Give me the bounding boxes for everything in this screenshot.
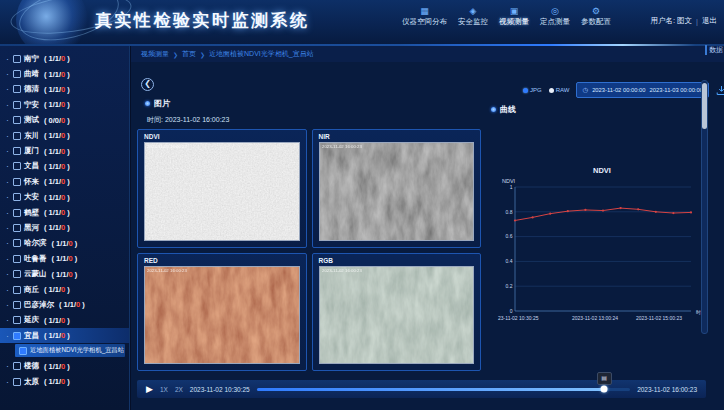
sidebar-item-延庆[interactable]: ·延庆( 1/1/0 ) — [0, 313, 129, 328]
checkbox-icon[interactable] — [13, 55, 21, 63]
tree-expand-dot: · — [6, 333, 10, 339]
sidebar-item-东川[interactable]: ·东川( 1/1/0 ) — [0, 128, 129, 143]
sidebar-item-怀来[interactable]: ·怀来( 1/1/0 ) — [0, 174, 129, 189]
checkbox-icon[interactable] — [13, 224, 21, 232]
station-sidebar: ·南宁( 1/1/0 )·曲靖( 1/1/0 )·德清( 1/1/0 )·宁安(… — [0, 46, 130, 410]
panel-red-image[interactable]: 2023-11-02 16:00:23 — [144, 266, 300, 365]
format-option-jpg[interactable]: JPG — [523, 87, 542, 93]
station-count: ( 1/1/0 ) — [44, 285, 70, 294]
header-bar: 真实性检验实时监测系统 ▦仪器空间分布◈安全监控▣视频测量◎定点测量⚙参数配置 … — [0, 0, 724, 44]
checkbox-icon[interactable] — [13, 162, 21, 170]
checkbox-icon[interactable] — [13, 255, 21, 263]
sidebar-item-南宁[interactable]: ·南宁( 1/1/0 ) — [0, 51, 129, 66]
data-point — [655, 211, 657, 213]
station-count: ( 1/1/0 ) — [44, 100, 70, 109]
sidebar-item-哈尔滨[interactable]: ·哈尔滨( 1/1/0 ) — [0, 236, 129, 251]
checkbox-icon[interactable] — [13, 116, 21, 124]
checkbox-icon[interactable] — [13, 85, 21, 93]
speed-2x-button[interactable]: 2X — [175, 386, 183, 393]
breadcrumb-separator: ❯ — [173, 51, 178, 58]
sidebar-item-宁安[interactable]: ·宁安( 1/1/0 ) — [0, 97, 129, 112]
sidebar-item-label: 延庆 — [24, 315, 39, 325]
sidebar-subitem[interactable]: 近地面植被NDVI光学相机_宜昌站 — [15, 344, 125, 357]
checkbox-icon[interactable] — [13, 70, 21, 78]
date-from-value[interactable]: 2023-11-02 00:00:00 — [592, 87, 645, 93]
sidebar-item-文昌[interactable]: ·文昌( 1/1/0 ) — [0, 159, 129, 174]
checkbox-icon[interactable] — [13, 316, 21, 324]
sidebar-item-大安[interactable]: ·大安( 1/1/0 ) — [0, 190, 129, 205]
tree-expand-dot: · — [6, 194, 10, 200]
panel-nir-image[interactable]: 2023-11-02 16:00:23 — [319, 142, 475, 241]
nav-item-视频测量[interactable]: ▣视频测量 — [499, 7, 529, 27]
checkbox-icon[interactable] — [13, 147, 21, 155]
sidebar-item-楼德[interactable]: ·楼德( 1/1/0 ) — [0, 358, 129, 373]
tree-expand-dot: · — [6, 102, 10, 108]
checkbox-icon[interactable] — [13, 270, 21, 278]
format-option-raw[interactable]: RAW — [549, 87, 570, 93]
sidebar-item-厦门[interactable]: ·厦门( 1/1/0 ) — [0, 143, 129, 158]
data-point — [514, 219, 516, 221]
y-tick-label: 0 — [510, 308, 513, 314]
download-button[interactable] — [716, 85, 724, 96]
nav-item-仪器空间分布[interactable]: ▦仪器空间分布 — [402, 7, 447, 27]
panel-ndvi-image[interactable]: 2023-11-02 16:00:23 — [144, 142, 300, 241]
panel-red[interactable]: RED 2023-11-02 16:00:23 — [137, 253, 307, 372]
sidebar-item-label: 鹤壁 — [24, 208, 39, 218]
tree-expand-dot: · — [6, 148, 10, 154]
checkbox-icon[interactable] — [13, 132, 21, 140]
checkbox-icon[interactable] — [13, 239, 21, 247]
timeline-slider[interactable]: ▤ — [257, 388, 630, 391]
sidebar-item-宜昌[interactable]: ·宜昌( 1/1/0 ) — [0, 328, 129, 343]
breadcrumb-item[interactable]: 视频测量 — [141, 49, 169, 59]
date-range-picker[interactable]: ◷ 2023-11-02 00:00:00 2023-11-03 00:00:0… — [576, 82, 708, 98]
radio-unselected-icon — [549, 88, 554, 93]
checkbox-icon[interactable] — [13, 362, 21, 370]
station-count: ( 1/1/0 ) — [44, 54, 70, 63]
nav-item-参数配置[interactable]: ⚙参数配置 — [581, 7, 611, 27]
sidebar-item-曲靖[interactable]: ·曲靖( 1/1/0 ) — [0, 66, 129, 81]
back-button[interactable]: ❮ — [141, 78, 154, 91]
sidebar-item-巴彦淖尔[interactable]: ·巴彦淖尔( 1/1/0 ) — [0, 297, 129, 312]
vertical-scrollbar[interactable] — [701, 80, 708, 334]
checkbox-icon[interactable] — [19, 347, 27, 355]
picture-time: 时间: 2023-11-02 16:00:23 — [147, 115, 229, 125]
breadcrumb-item[interactable]: 首页 — [182, 49, 196, 59]
checkbox-icon[interactable] — [13, 178, 21, 186]
panel-nir[interactable]: NIR 2023-11-02 16:00:23 — [312, 129, 482, 248]
play-button[interactable]: ▶ — [146, 385, 153, 394]
chart-svg: NDVINDVI00.20.40.60.8123-11-02 10:30:252… — [497, 163, 707, 333]
sidebar-item-测试[interactable]: ·测试( 0/0/0 ) — [0, 113, 129, 128]
tree-expand-dot: · — [6, 71, 10, 77]
panel-ndvi[interactable]: NDVI 2023-11-02 16:00:23 — [137, 129, 307, 248]
checkbox-icon[interactable] — [13, 301, 21, 309]
station-count: ( 1/1/0 ) — [52, 270, 78, 279]
sidebar-item-黑河[interactable]: ·黑河( 1/1/0 ) — [0, 220, 129, 235]
checkbox-icon[interactable] — [13, 209, 21, 217]
panel-rgb[interactable]: RGB 2023-11-02 16:00:23 — [312, 253, 482, 372]
slider-thumb[interactable] — [600, 386, 607, 393]
sidebar-item-云蒙山[interactable]: ·云蒙山( 1/1/0 ) — [0, 266, 129, 281]
checkbox-icon[interactable] — [13, 378, 21, 386]
date-to-value[interactable]: 2023-11-03 00:00:00 — [650, 87, 703, 93]
sidebar-item-商丘[interactable]: ·商丘( 1/1/0 ) — [0, 282, 129, 297]
sidebar-item-德清[interactable]: ·德清( 1/1/0 ) — [0, 82, 129, 97]
logout-button[interactable]: 退出 — [702, 16, 717, 26]
picture-time-label: 时间: — [147, 116, 163, 123]
sidebar-item-鹤壁[interactable]: ·鹤壁( 1/1/0 ) — [0, 205, 129, 220]
nav-item-定点测量[interactable]: ◎定点测量 — [540, 7, 570, 27]
speed-1x-button[interactable]: 1X — [160, 386, 168, 393]
checkbox-icon[interactable] — [13, 332, 21, 340]
sidebar-item-太原[interactable]: ·太原( 1/1/0 ) — [0, 374, 129, 389]
ndvi-chart: NDVINDVI00.20.40.60.8123-11-02 10:30:252… — [497, 163, 707, 333]
scrollbar-thumb[interactable] — [702, 83, 707, 129]
checkbox-icon[interactable] — [13, 101, 21, 109]
panel-rgb-image[interactable]: 2023-11-02 16:00:23 — [319, 266, 475, 365]
sidebar-item-吐鲁番[interactable]: ·吐鲁番( 1/1/0 ) — [0, 251, 129, 266]
chart-title: NDVI — [593, 166, 611, 175]
checkbox-icon[interactable] — [13, 193, 21, 201]
nav-item-安全监控[interactable]: ◈安全监控 — [458, 7, 488, 27]
breadcrumb-item[interactable]: 近地面植被NDVI光学相机_宜昌站 — [209, 49, 314, 59]
tree-expand-dot: · — [6, 210, 10, 216]
data-side-tab[interactable]: 数据 — [705, 45, 723, 55]
checkbox-icon[interactable] — [13, 286, 21, 294]
